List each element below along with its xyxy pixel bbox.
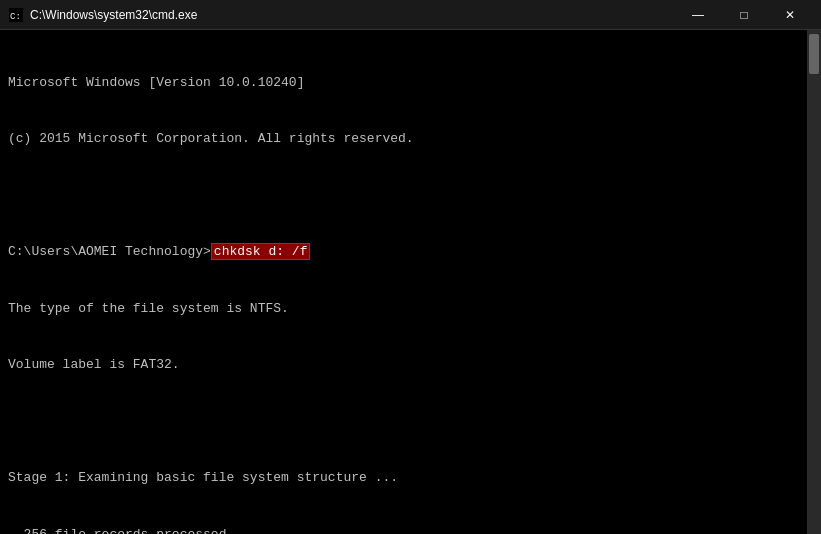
cmd-icon: C: [8,7,24,23]
terminal-content: Microsoft Windows [Version 10.0.10240] (… [8,36,813,534]
scrollbar-thumb[interactable] [809,34,819,74]
cmd-window: C: C:\Windows\system32\cmd.exe — □ ✕ Mic… [0,0,821,534]
line-6: 256 file records processed. [8,526,797,534]
line-prompt: C:\Users\AOMEI Technology>chkdsk d: /f [8,243,797,262]
line-5: Stage 1: Examining basic file system str… [8,469,797,488]
window-controls: — □ ✕ [675,0,813,30]
line-3: The type of the file system is NTFS. [8,300,797,319]
line-blank-1 [8,187,797,206]
terminal-body[interactable]: Microsoft Windows [Version 10.0.10240] (… [0,30,821,534]
close-button[interactable]: ✕ [767,0,813,30]
prompt-text: C:\Users\AOMEI Technology> [8,244,211,259]
svg-text:C:: C: [10,12,21,22]
line-blank-2 [8,413,797,432]
window-title: C:\Windows\system32\cmd.exe [30,8,675,22]
line-2: (c) 2015 Microsoft Corporation. All righ… [8,130,797,149]
title-bar: C: C:\Windows\system32\cmd.exe — □ ✕ [0,0,821,30]
scrollbar[interactable] [807,30,821,534]
line-4: Volume label is FAT32. [8,356,797,375]
maximize-button[interactable]: □ [721,0,767,30]
minimize-button[interactable]: — [675,0,721,30]
command-highlight: chkdsk d: /f [211,243,311,260]
line-1: Microsoft Windows [Version 10.0.10240] [8,74,797,93]
